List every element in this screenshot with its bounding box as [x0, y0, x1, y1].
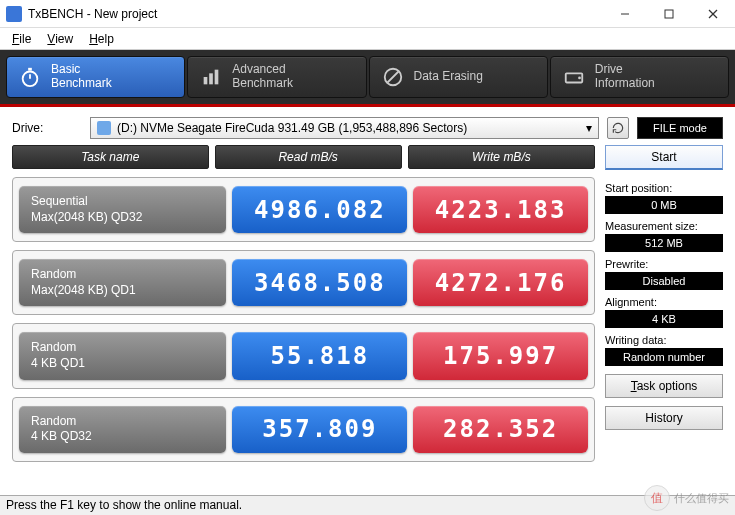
drive-icon	[561, 64, 587, 90]
result-row: RandomMax(2048 KB) QD1 3468.508 4272.176	[12, 250, 595, 315]
tab-data-erasing[interactable]: Data Erasing	[369, 56, 548, 98]
result-row: Random4 KB QD32 357.809 282.352	[12, 397, 595, 462]
startpos-label: Start position:	[605, 182, 723, 194]
task-name-cell[interactable]: RandomMax(2048 KB) QD1	[19, 259, 226, 306]
minimize-button[interactable]	[603, 0, 647, 28]
wdata-label: Writing data:	[605, 334, 723, 346]
svg-point-13	[578, 77, 581, 80]
svg-rect-8	[209, 73, 213, 84]
task-name-cell[interactable]: SequentialMax(2048 KB) QD32	[19, 186, 226, 233]
menu-help[interactable]: Help	[83, 30, 120, 48]
erase-icon	[380, 64, 406, 90]
watermark: 值 什么值得买	[644, 485, 729, 511]
align-label: Alignment:	[605, 296, 723, 308]
menu-file[interactable]: File	[6, 30, 37, 48]
window-title: TxBENCH - New project	[28, 7, 603, 21]
align-value[interactable]: 4 KB	[605, 310, 723, 328]
header-read: Read mB/s	[215, 145, 402, 169]
tab-advanced-benchmark[interactable]: AdvancedBenchmark	[187, 56, 366, 98]
drive-label: Drive:	[12, 121, 82, 135]
prewrite-label: Prewrite:	[605, 258, 723, 270]
refresh-button[interactable]	[607, 117, 629, 139]
drive-select[interactable]: (D:) NVMe Seagate FireCuda 931.49 GB (1,…	[90, 117, 599, 139]
read-value: 55.818	[232, 332, 407, 379]
menu-view[interactable]: View	[41, 30, 79, 48]
task-name-cell[interactable]: Random4 KB QD32	[19, 406, 226, 453]
svg-rect-1	[665, 10, 673, 18]
svg-rect-6	[28, 68, 32, 71]
result-row: SequentialMax(2048 KB) QD32 4986.082 422…	[12, 177, 595, 242]
disk-icon	[97, 121, 111, 135]
read-value: 4986.082	[232, 186, 407, 233]
file-mode-button[interactable]: FILE mode	[637, 117, 723, 139]
chevron-down-icon: ▾	[586, 121, 592, 135]
status-bar: Press the F1 key to show the online manu…	[0, 495, 735, 515]
task-options-button[interactable]: Task options	[605, 374, 723, 398]
meassize-value[interactable]: 512 MB	[605, 234, 723, 252]
stopwatch-icon	[17, 64, 43, 90]
maximize-button[interactable]	[647, 0, 691, 28]
result-row: Random4 KB QD1 55.818 175.997	[12, 323, 595, 388]
read-value: 3468.508	[232, 259, 407, 306]
header-write: Write mB/s	[408, 145, 595, 169]
bars-icon	[198, 64, 224, 90]
task-name-cell[interactable]: Random4 KB QD1	[19, 332, 226, 379]
write-value: 282.352	[413, 406, 588, 453]
write-value: 4223.183	[413, 186, 588, 233]
svg-line-11	[387, 72, 398, 83]
start-button[interactable]: Start	[605, 145, 723, 170]
tab-basic-benchmark[interactable]: BasicBenchmark	[6, 56, 185, 98]
svg-rect-7	[204, 77, 208, 84]
startpos-value[interactable]: 0 MB	[605, 196, 723, 214]
tab-drive-information[interactable]: DriveInformation	[550, 56, 729, 98]
svg-rect-9	[215, 70, 219, 85]
write-value: 4272.176	[413, 259, 588, 306]
history-button[interactable]: History	[605, 406, 723, 430]
wdata-value[interactable]: Random number	[605, 348, 723, 366]
read-value: 357.809	[232, 406, 407, 453]
watermark-icon: 值	[644, 485, 670, 511]
meassize-label: Measurement size:	[605, 220, 723, 232]
app-icon	[6, 6, 22, 22]
header-task: Task name	[12, 145, 209, 169]
prewrite-value[interactable]: Disabled	[605, 272, 723, 290]
write-value: 175.997	[413, 332, 588, 379]
close-button[interactable]	[691, 0, 735, 28]
